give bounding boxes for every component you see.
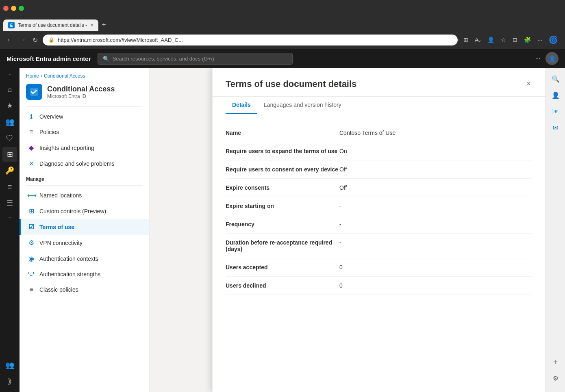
nav-item-terms-of-use-label: Terms of use xyxy=(39,224,74,230)
tab-title: Terms of use document details - xyxy=(18,22,87,28)
sidebar-grid-button[interactable]: ⊞ xyxy=(2,147,17,162)
breadcrumb-separator: › xyxy=(41,73,42,79)
right-sidebar-outlook-icon[interactable]: 📧 xyxy=(548,104,563,119)
favorites-button[interactable]: ☆ xyxy=(498,35,509,45)
nav-divider-1 xyxy=(26,106,143,107)
detail-value-users-declined: 0 xyxy=(339,282,343,289)
scroll-up-button[interactable]: ⌃ xyxy=(6,71,13,80)
minimize-window-button[interactable] xyxy=(11,6,16,11)
right-sidebar-purple-icon[interactable]: 👤 xyxy=(548,88,563,102)
panel-icon xyxy=(26,84,42,100)
nav-item-named-locations-label: Named locations xyxy=(39,192,82,199)
search-bar-container[interactable]: 🔍 Search resources, services, and docs (… xyxy=(98,53,293,65)
detail-value-require-expand: On xyxy=(339,148,347,154)
active-tab[interactable]: E Terms of use document details - × xyxy=(3,19,98,31)
detail-tabs: Details Languages and version history xyxy=(213,97,545,114)
nav-item-classic-policies-label: Classic policies xyxy=(39,286,78,293)
sidebar-shield-button[interactable]: 🛡 xyxy=(2,131,17,145)
new-tab-button[interactable]: + xyxy=(98,19,109,31)
nav-item-insights[interactable]: ◆ Insights and reporting xyxy=(20,140,149,156)
collections-button[interactable]: ⊟ xyxy=(510,35,520,45)
top-nav-bar: Microsoft Entra admin center 🔍 Search re… xyxy=(0,49,565,68)
search-placeholder: Search resources, services, and docs (G+… xyxy=(113,56,214,62)
breadcrumb-home[interactable]: Home xyxy=(26,73,39,79)
ellipsis-icon[interactable]: ··· xyxy=(534,53,542,64)
nav-item-overview[interactable]: ℹ Overview xyxy=(20,108,149,124)
nav-item-vpn[interactable]: ⚙ VPN connectivity xyxy=(20,235,149,251)
window-controls xyxy=(3,6,24,11)
address-bar: ← → ↻ 🔒 https://entra.microsoft.com/#vie… xyxy=(0,31,565,49)
detail-close-button[interactable]: × xyxy=(525,78,532,90)
auth-strengths-icon: 🛡 xyxy=(27,271,35,278)
maximize-window-button[interactable] xyxy=(19,6,24,11)
detail-row-frequency: Frequency - xyxy=(226,215,532,234)
custom-controls-icon: ⊞ xyxy=(27,207,35,215)
nav-item-classic-policies[interactable]: ≡ Classic policies xyxy=(20,282,149,297)
detail-row-expire-consents: Expire consents Off xyxy=(226,179,532,197)
nav-item-auth-contexts[interactable]: ◉ Authentication contexts xyxy=(20,251,149,266)
detail-label-require-consent: Require users to consent on every device xyxy=(226,166,339,173)
breadcrumb-section[interactable]: Conditional Access xyxy=(44,73,85,79)
sidebar-home-button[interactable]: ⌂ xyxy=(2,82,17,97)
tab-bar: E Terms of use document details - × + xyxy=(0,16,565,31)
nav-item-terms-of-use[interactable]: ☑ Terms of use xyxy=(20,219,149,235)
reading-view-button[interactable]: Aᵥ xyxy=(472,35,483,45)
breadcrumb: Home › Conditional Access xyxy=(20,68,149,79)
refresh-button[interactable]: ↻ xyxy=(31,35,39,45)
named-locations-icon: ⟷ xyxy=(27,191,35,199)
avatar[interactable]: 👤 xyxy=(545,52,558,65)
scroll-down-button[interactable]: ⌄ xyxy=(6,212,13,221)
nav-item-custom-controls-label: Custom controls (Preview) xyxy=(39,208,106,214)
account-button[interactable]: 👤 xyxy=(485,35,497,45)
sidebar-list-button[interactable]: ≡ xyxy=(2,180,17,194)
detail-label-frequency: Frequency xyxy=(226,221,339,227)
nav-item-vpn-label: VPN connectivity xyxy=(39,240,83,246)
sidebar-favorites-button[interactable]: ★ xyxy=(2,98,17,113)
sidebar-bottom-chevron[interactable]: ⟫ xyxy=(2,374,17,389)
main-content: Terms of use document details × Details … xyxy=(150,68,545,392)
url-bar[interactable]: 🔒 https://entra.microsoft.com/#view/Micr… xyxy=(43,35,458,45)
sidebar-people-button[interactable]: 👥 xyxy=(2,115,17,129)
detail-label-require-expand: Require users to expand the terms of use xyxy=(226,148,339,154)
tab-details[interactable]: Details xyxy=(226,97,257,114)
edge-icon-button[interactable]: 🌀 xyxy=(546,34,560,46)
detail-label-duration: Duration before re-acceptance required (… xyxy=(226,239,339,252)
sidebar-key-button[interactable]: 🔑 xyxy=(2,163,17,178)
detail-label-expire-starting: Expire starting on xyxy=(226,203,339,209)
detail-value-require-consent: Off xyxy=(339,166,347,173)
detail-header: Terms of use document details × xyxy=(213,68,545,97)
detail-value-duration: - xyxy=(339,239,341,246)
sidebar-list2-button[interactable]: ☰ xyxy=(2,196,17,210)
back-button[interactable]: ← xyxy=(5,35,15,45)
right-sidebar-add-button[interactable]: + xyxy=(548,355,563,369)
panel-title: Conditional Access xyxy=(47,85,115,93)
nav-item-named-locations[interactable]: ⟷ Named locations xyxy=(20,187,149,203)
right-sidebar-search-button[interactable]: 🔍 xyxy=(548,71,563,86)
detail-label-users-accepted: Users accepted xyxy=(226,264,339,271)
detail-value-expire-starting: - xyxy=(339,203,341,209)
extensions-button[interactable]: 🧩 xyxy=(522,35,533,45)
insights-icon: ◆ xyxy=(27,144,35,152)
right-sidebar-settings-button[interactable]: ⚙ xyxy=(548,371,563,386)
forward-button[interactable]: → xyxy=(18,35,28,45)
right-sidebar-send-icon[interactable]: ✉ xyxy=(548,120,563,135)
nav-item-insights-label: Insights and reporting xyxy=(39,145,94,151)
vpn-icon: ⚙ xyxy=(27,239,35,247)
nav-item-custom-controls[interactable]: ⊞ Custom controls (Preview) xyxy=(20,203,149,219)
right-sidebar: 🔍 👤 📧 ✉ + ⚙ xyxy=(545,68,565,392)
tab-close-button[interactable]: × xyxy=(90,22,93,28)
tab-languages[interactable]: Languages and version history xyxy=(257,97,348,114)
sidebar-people2-button[interactable]: 👥 xyxy=(2,358,17,373)
detail-label-expire-consents: Expire consents xyxy=(226,184,339,191)
more-tools-button[interactable]: ··· xyxy=(535,35,545,45)
detail-row-require-expand: Require users to expand the terms of use… xyxy=(226,142,532,160)
tab-search-button[interactable]: ⊞ xyxy=(461,35,471,45)
close-window-button[interactable] xyxy=(3,6,9,11)
nav-item-auth-strengths[interactable]: 🛡 Authentication strengths xyxy=(20,266,149,282)
icon-sidebar: ⌃ ⌂ ★ 👥 🛡 ⊞ 🔑 ≡ ☰ ⌄ 👥 ⟫ xyxy=(0,68,20,392)
diagnose-icon: ✕ xyxy=(27,160,35,167)
nav-item-diagnose[interactable]: ✕ Diagnose and solve problems xyxy=(20,156,149,171)
terms-of-use-icon: ☑ xyxy=(27,223,35,231)
detail-row-users-accepted: Users accepted 0 xyxy=(226,258,532,277)
nav-item-policies[interactable]: ≡ Policies xyxy=(20,124,149,140)
